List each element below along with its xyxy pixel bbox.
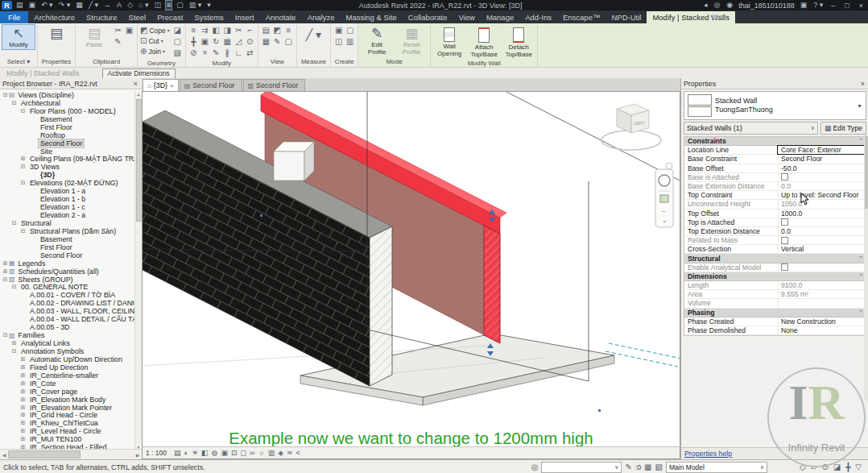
close-icon[interactable]: × [859,80,866,88]
measure-icon[interactable]: ╱ ▾ [88,1,99,10]
tree-item[interactable]: ⊞IR_Elevation Mark Body [0,396,142,404]
tree-item[interactable]: ⊟▧Families [0,331,142,339]
tab-analyze[interactable]: Analyze [302,11,341,23]
property-value[interactable]: ⌃ [778,272,866,280]
location-line-row[interactable]: Location LineCore Face: Exterior [684,146,866,155]
tree-expander-icon[interactable]: ⊞ [19,412,27,418]
tree-item[interactable]: Elevation 1 - c [0,203,142,211]
related-to-mass-row[interactable]: Related to Mass [684,236,866,245]
scroll-left-icon[interactable]: ◀ [0,452,8,458]
displace-elements-icon[interactable]: ◈ [278,448,283,458]
top-constraint-row[interactable]: Top ConstraintUp to level: Second Floor [684,191,866,200]
tree-item[interactable]: ⊞IR_Elevation Mark Pointer [0,404,142,412]
reset-profile-button[interactable]: ▦Reset Profile [395,25,428,56]
copy-to-clipboard-icon[interactable]: ▣ [124,25,134,35]
crop-view-icon[interactable]: ▣ [221,448,228,458]
tree-item[interactable]: ⊞IR_Level Head - Circle [0,427,142,435]
create-parts-icon[interactable]: ▥ [345,36,355,47]
detail-level-icon[interactable]: ▤ [174,448,181,458]
tree-item[interactable]: ⊟Architectural [0,99,142,107]
base-offset-row[interactable]: Base Offset-50.0 [684,164,866,173]
tab-add-ins[interactable]: Add-Ins [519,11,557,23]
phasing-header[interactable]: Phasing⌃ [684,309,866,317]
move-icon[interactable]: ╋ [188,36,199,47]
drag-elements-on-selection-icon[interactable]: ╋ [845,463,850,471]
property-value[interactable] [778,236,866,244]
tree-item[interactable]: ⊞▥Schedules/Quantities (all) [0,268,142,276]
tree-item[interactable]: ⊟▨Sheets (GROUP) [0,276,142,284]
tree-expander-icon[interactable]: ⊟ [10,100,18,106]
tree-item[interactable]: ⊟▤Views (Discipline) [0,91,142,99]
project-browser-header[interactable]: Project Browser - IRA_R22.rvt × [0,78,142,89]
select-links-icon[interactable]: ◇ [800,463,806,471]
tree-item[interactable]: ⊟Annotation Symbols [0,347,142,355]
edit-profile-button[interactable]: ✎Edit Profile [361,25,393,56]
tree-item[interactable]: A.00.05 - 3D [0,323,142,331]
panel-display-toggle-icon[interactable]: ▣ ▾ [712,13,723,22]
tree-item[interactable]: Elevation 2 - a [0,211,142,219]
tab-npd-util[interactable]: NPD-Util [606,11,647,23]
tree-item-second-floor[interactable]: Second Floor [0,139,142,147]
tree-item[interactable]: Basement [0,115,142,123]
tab-annotate[interactable]: Annotate [260,11,302,23]
search-icon[interactable]: ◎ [713,1,721,10]
worksharing-display-icon[interactable]: ▦ [644,463,651,471]
detach-top-base-button[interactable]: Detach Top/Base [502,25,535,58]
base-is-attached-row[interactable]: Base is Attached [684,173,866,182]
section-icon[interactable]: ◫ [154,1,163,10]
select-panel-label[interactable]: Select ▾ [0,58,37,67]
render-icon[interactable]: ◍ [212,448,218,458]
tree-item[interactable]: Elevation 1 - a [0,187,142,195]
tree-expander-icon[interactable]: ⊟ [2,276,9,283]
user-avatar-icon[interactable]: ◉ [725,1,734,10]
tree-expander-icon[interactable]: ⊞ [19,436,27,442]
property-value[interactable] [778,173,866,181]
view-tab-second-floor-plan[interactable]: ▤Second Floor [180,79,242,91]
split-face-icon[interactable]: ▢ [172,36,183,47]
tree-item[interactable]: ⊟Elevations (02-MẶT ĐỨNG) [0,179,142,187]
pin-icon[interactable]: ⊙ [245,36,255,47]
tree-item[interactable]: ⊞▦Legends [0,259,142,268]
structural-header[interactable]: Structural⌃ [684,254,866,263]
tree-item[interactable]: Second Floor [0,251,142,259]
redo-icon[interactable]: ↷ ▾ [58,1,72,10]
username[interactable]: thai_1851010188 [738,2,795,10]
copy-icon[interactable]: ▣ [200,36,210,47]
reveal-constraints-icon[interactable]: ≍ [287,448,293,458]
lock-3d-view-icon[interactable]: ◻ [240,448,246,458]
shopping-cart-icon[interactable]: ▣ [800,1,808,10]
wall-opening-button[interactable]: Wall Opening [433,25,465,57]
delete-icon[interactable]: × [200,48,210,58]
measure-tool-icon[interactable]: ╱ ▾ [300,25,328,45]
3d-view-icon[interactable]: ⌂ ▾ [138,1,149,10]
tree-expander-icon[interactable]: ⊞ [19,156,27,162]
tree-expander-icon[interactable]: ⊟ [10,284,18,290]
property-value[interactable]: Core Face: Exterior [778,146,866,154]
tab-enscape[interactable]: Enscape™ [557,11,606,23]
tree-expander-icon[interactable]: ⊞ [19,428,27,434]
tree-item[interactable]: A.00.01 - COVER / TỜ BÌA [0,291,142,299]
tree-item[interactable]: ⊞IR_Centerline-smaller [0,371,142,380]
base-extension-distance-row[interactable]: Base Extension Distance0.0 [684,182,866,191]
unpin-icon[interactable]: ⊘ [188,48,199,58]
print-icon[interactable]: ▦ [75,1,84,10]
tree-expander-icon[interactable]: ⊞ [2,260,9,267]
cut-to-clipboard-icon[interactable]: ✂ [113,25,123,35]
tree-item[interactable]: ⊞Fixed Up Direction [0,363,142,371]
view-templates-icon[interactable]: ▤ [261,25,271,35]
property-value[interactable]: 1000.0 [778,210,866,218]
property-value[interactable]: ⌃ [778,309,866,317]
tree-expander-icon[interactable]: ⊟ [19,108,27,114]
tree-item[interactable]: ⊟00. GENERAL NOTE [0,284,142,292]
tab-precast[interactable]: Precast [151,11,188,23]
tree-expander-icon[interactable]: ⊞ [19,380,27,387]
visual-style-icon[interactable]: ◐ [184,448,188,458]
collapse-icon[interactable]: ◂ [703,1,709,10]
properties-button[interactable]: ▤ [40,25,72,42]
create-group-icon[interactable]: ▢ [345,25,355,35]
create-similar-icon[interactable]: ▣ [333,25,344,35]
tree-item[interactable]: First Floor [0,123,142,131]
scroll-up-icon[interactable]: ▲ [135,91,142,98]
trim-extend-icon[interactable]: ⌐ [245,25,255,35]
cope-button[interactable]: ◩Cope▾ [140,25,170,35]
